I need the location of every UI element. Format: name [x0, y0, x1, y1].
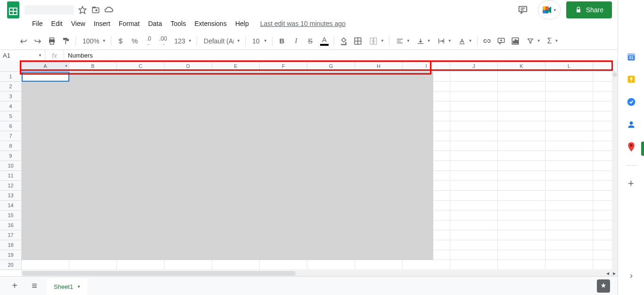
- cell[interactable]: [545, 131, 593, 141]
- cell[interactable]: [498, 151, 545, 161]
- insert-comment-icon[interactable]: [495, 34, 508, 48]
- meet-button[interactable]: ▼: [538, 0, 561, 19]
- cell[interactable]: [545, 181, 593, 191]
- cell[interactable]: [498, 230, 545, 240]
- menu-help[interactable]: Help: [231, 18, 253, 29]
- star-icon[interactable]: [78, 5, 87, 15]
- maps-app-icon[interactable]: [627, 143, 636, 152]
- cell[interactable]: [545, 230, 593, 240]
- row-header[interactable]: 20: [0, 260, 22, 270]
- add-sheet-icon[interactable]: +: [8, 279, 22, 293]
- borders-icon[interactable]: [351, 34, 364, 48]
- cell[interactable]: [307, 260, 355, 270]
- cell[interactable]: [450, 250, 498, 260]
- row-header[interactable]: 17: [0, 230, 22, 240]
- cell[interactable]: [450, 220, 498, 230]
- cell[interactable]: [545, 260, 593, 270]
- cell[interactable]: [498, 82, 545, 92]
- vertical-scrollbar[interactable]: [612, 72, 618, 270]
- cell[interactable]: [545, 121, 593, 131]
- cell[interactable]: [545, 250, 593, 260]
- row-header[interactable]: 18: [0, 240, 22, 250]
- cell[interactable]: [498, 220, 545, 230]
- menu-edit[interactable]: Edit: [48, 18, 66, 29]
- column-header[interactable]: J: [450, 60, 498, 72]
- merge-cells-select[interactable]: ▼: [365, 35, 386, 47]
- print-icon[interactable]: [45, 34, 58, 48]
- row-header[interactable]: 8: [0, 141, 22, 151]
- font-select[interactable]: Default (Ari...▼: [200, 35, 242, 47]
- cell[interactable]: [212, 260, 260, 270]
- cell[interactable]: [545, 161, 593, 171]
- cell[interactable]: [498, 72, 545, 82]
- cell[interactable]: [165, 260, 212, 270]
- menu-tools[interactable]: Tools: [167, 18, 190, 29]
- cell[interactable]: [498, 201, 545, 211]
- bold-icon[interactable]: B: [275, 34, 289, 48]
- column-header[interactable]: B: [69, 60, 117, 72]
- last-edit-link[interactable]: Last edit was 10 minutes ago: [260, 20, 346, 27]
- cell[interactable]: [545, 92, 593, 101]
- row-header[interactable]: 15: [0, 211, 22, 220]
- row-header[interactable]: 9: [0, 151, 22, 161]
- sheets-logo[interactable]: [4, 0, 23, 19]
- cell[interactable]: [498, 141, 545, 151]
- cell[interactable]: [498, 101, 545, 111]
- cell[interactable]: [545, 82, 593, 92]
- column-dropdown-icon[interactable]: ▼: [65, 64, 68, 67]
- comment-history-icon[interactable]: [513, 0, 532, 19]
- cell[interactable]: [450, 111, 498, 121]
- menu-view[interactable]: View: [67, 18, 89, 29]
- cell[interactable]: [498, 92, 545, 101]
- cell[interactable]: [450, 131, 498, 141]
- calendar-app-icon[interactable]: 31: [627, 52, 636, 61]
- cell[interactable]: [117, 260, 165, 270]
- scroll-left-icon[interactable]: ◀: [604, 270, 611, 276]
- spreadsheet-grid[interactable]: A▼BCDEFGHIJKL 12345678910111213141516171…: [0, 60, 618, 276]
- row-header[interactable]: 16: [0, 220, 22, 230]
- cell[interactable]: [450, 181, 498, 191]
- menu-format[interactable]: Format: [115, 18, 143, 29]
- column-header[interactable]: C: [117, 60, 165, 72]
- cell[interactable]: [498, 191, 545, 201]
- row-header[interactable]: 2: [0, 82, 22, 92]
- italic-icon[interactable]: I: [289, 34, 303, 48]
- cell[interactable]: [450, 260, 498, 270]
- column-header[interactable]: A▼: [22, 60, 69, 72]
- add-apps-icon[interactable]: +: [627, 179, 636, 188]
- cell[interactable]: [450, 161, 498, 171]
- cell[interactable]: [545, 240, 593, 250]
- cell[interactable]: [450, 141, 498, 151]
- column-header[interactable]: K: [498, 60, 545, 72]
- horizontal-align-select[interactable]: ▼: [392, 35, 412, 47]
- row-header[interactable]: 10: [0, 161, 22, 171]
- cell[interactable]: [545, 72, 593, 82]
- column-header[interactable]: L: [545, 60, 593, 72]
- horizontal-scrollbar[interactable]: [22, 270, 618, 276]
- column-header[interactable]: G: [307, 60, 355, 72]
- column-header[interactable]: H: [355, 60, 403, 72]
- cell[interactable]: [545, 101, 593, 111]
- select-all-corner[interactable]: [0, 60, 22, 72]
- row-header[interactable]: 14: [0, 201, 22, 211]
- increase-decimal-icon[interactable]: .00→: [157, 34, 170, 48]
- menu-file[interactable]: File: [28, 18, 47, 29]
- fill-color-icon[interactable]: [337, 34, 350, 48]
- all-sheets-icon[interactable]: ≡: [27, 279, 41, 293]
- document-title[interactable]: [25, 5, 74, 15]
- decrease-decimal-icon[interactable]: .0←: [142, 34, 156, 48]
- cell[interactable]: [450, 230, 498, 240]
- cell[interactable]: [450, 151, 498, 161]
- cell[interactable]: [498, 181, 545, 191]
- hide-side-panel-icon[interactable]: [622, 267, 641, 286]
- explore-button[interactable]: [597, 279, 610, 293]
- cell[interactable]: [545, 141, 593, 151]
- cell[interactable]: [450, 240, 498, 250]
- cell[interactable]: [450, 92, 498, 101]
- text-rotation-select[interactable]: ▼: [454, 35, 474, 47]
- cell[interactable]: [260, 260, 307, 270]
- move-icon[interactable]: [91, 5, 100, 15]
- strikethrough-icon[interactable]: S: [304, 34, 317, 48]
- side-panel-tab[interactable]: [641, 142, 644, 156]
- cell[interactable]: [450, 72, 498, 82]
